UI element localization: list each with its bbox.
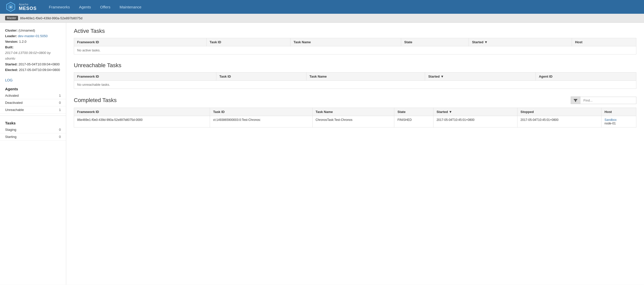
deactivated-value: 0 — [59, 101, 61, 105]
completed-tasks-filter-bar — [571, 96, 636, 104]
comp-started: 2017-05-04T10:45:01+0800 — [433, 116, 517, 127]
cluster-label: Cluster: — [5, 28, 18, 32]
active-col-task-id: Task ID — [206, 38, 290, 46]
completed-tasks-search[interactable] — [580, 97, 636, 104]
activated-label: Activated — [5, 94, 19, 97]
brand: M Apache MESOS — [5, 1, 37, 12]
comp-col-framework-id: Framework ID — [74, 108, 210, 116]
active-tasks-no-data-row: No active tasks. — [74, 46, 636, 54]
tasks-section-title: Tasks — [0, 118, 66, 126]
version-label: Version: — [5, 40, 18, 44]
comp-host-node: node-01 — [605, 122, 616, 125]
comp-host: Sandbox node-01 — [601, 116, 636, 127]
comp-stopped: 2017-05-04T10:45:01+0800 — [517, 116, 601, 127]
unreach-col-agent-id: Agent ID — [536, 73, 636, 81]
unreachable-label: Unreachable — [5, 108, 24, 112]
comp-col-host: Host — [601, 108, 636, 116]
svg-text:M: M — [10, 6, 12, 8]
unreachable-tasks-no-data: No unreachable tasks. — [74, 81, 636, 89]
active-col-host: Host — [572, 38, 636, 46]
unreachable-tasks-title: Unreachable Tasks — [74, 62, 636, 69]
active-tasks-no-data: No active tasks. — [74, 46, 636, 54]
unreach-col-task-name: Task Name — [306, 73, 425, 81]
breadcrumb-id: 86e469e1-f0e0-439d-990a-52e897b8075d — [20, 16, 82, 20]
master-badge: Master — [5, 16, 18, 20]
active-tasks-title: Active Tasks — [74, 28, 636, 34]
agents-section-title: Agents — [0, 84, 66, 92]
comp-framework-id: 86e469e1-f0e0-439d-990a-52e897b8075d-000… — [74, 116, 210, 127]
filter-icon — [573, 98, 578, 102]
brand-text: Apache MESOS — [19, 3, 37, 11]
navbar: M Apache MESOS Frameworks Agents Offers … — [0, 0, 644, 14]
version-value: 1.2.0 — [19, 40, 26, 44]
activated-value: 1 — [59, 94, 61, 97]
completed-task-row: 86e469e1-f0e0-439d-990a-52e897b8075d-000… — [74, 116, 636, 127]
unreachable-tasks-table: Framework ID Task ID Task Name Started ▼… — [74, 72, 636, 89]
deactivated-label: Deactivated — [5, 101, 23, 105]
comp-task-name: ChronosTask:Test-Chronos — [312, 116, 394, 127]
sidebar: Cluster: (Unnamed) Leader: dev-master-01… — [0, 23, 66, 285]
comp-col-state: State — [394, 108, 433, 116]
sandbox-link[interactable]: Sandbox — [605, 118, 617, 122]
sidebar-stat-activated[interactable]: Activated 1 — [0, 92, 66, 99]
active-col-task-name: Task Name — [290, 38, 401, 46]
sidebar-stat-unreachable[interactable]: Unreachable 1 — [0, 106, 66, 113]
comp-col-started[interactable]: Started ▼ — [433, 108, 517, 116]
nav-offers[interactable]: Offers — [95, 0, 115, 14]
completed-tasks-table: Framework ID Task ID Task Name State Sta… — [74, 108, 636, 127]
built-value: 2017-04-13T00:39:02+0800 by ubuntu — [5, 50, 61, 61]
mesos-logo-icon: M — [5, 1, 16, 12]
comp-col-stopped: Stopped — [517, 108, 601, 116]
active-col-state: State — [401, 38, 469, 46]
elected-label: Elected: — [5, 68, 18, 72]
completed-tasks-title: Completed Tasks — [74, 97, 117, 104]
sidebar-info: Cluster: (Unnamed) Leader: dev-master-01… — [0, 28, 66, 77]
unreach-col-task-id: Task ID — [216, 73, 306, 81]
comp-col-task-id: Task ID — [210, 108, 313, 116]
comp-state: FINISHED — [394, 116, 433, 127]
filter-button[interactable] — [571, 96, 580, 104]
started-value: 2017-05-04T10:09:04+0800 — [19, 62, 60, 66]
unreach-col-started[interactable]: Started ▼ — [425, 73, 536, 81]
sidebar-stat-deactivated[interactable]: Deactivated 0 — [0, 99, 66, 106]
completed-tasks-header: Completed Tasks — [74, 96, 636, 104]
unreachable-value: 1 — [59, 108, 61, 112]
built-label: Built: — [5, 45, 13, 49]
comp-col-task-name: Task Name — [312, 108, 394, 116]
nav-menu: Frameworks Agents Offers Maintenance — [44, 0, 146, 14]
main-content: Active Tasks Framework ID Task ID Task N… — [66, 23, 644, 285]
unreach-col-framework-id: Framework ID — [74, 73, 216, 81]
log-link[interactable]: LOG — [0, 77, 66, 84]
staging-label: Staging — [5, 128, 16, 132]
nav-maintenance[interactable]: Maintenance — [115, 0, 146, 14]
unreachable-tasks-no-data-row: No unreachable tasks. — [74, 81, 636, 89]
active-tasks-table: Framework ID Task ID Task Name State Sta… — [74, 38, 636, 54]
nav-frameworks[interactable]: Frameworks — [44, 0, 75, 14]
active-col-framework-id: Framework ID — [74, 38, 207, 46]
comp-task-id: ct:1493865900003:0:Test-Chronos: — [210, 116, 313, 127]
active-col-started[interactable]: Started ▼ — [469, 38, 572, 46]
sidebar-divider — [0, 116, 66, 116]
starting-label: Starting — [5, 135, 17, 139]
cluster-value: (Unnamed) — [19, 28, 35, 32]
breadcrumb-bar: Master 86e469e1-f0e0-439d-990a-52e897b80… — [0, 14, 644, 23]
started-label: Started: — [5, 62, 18, 66]
nav-agents[interactable]: Agents — [75, 0, 96, 14]
sidebar-stat-staging[interactable]: Staging 0 — [0, 126, 66, 133]
leader-label: Leader: — [5, 34, 17, 38]
staging-value: 0 — [59, 128, 61, 132]
starting-value: 0 — [59, 135, 61, 139]
sidebar-stat-starting[interactable]: Starting 0 — [0, 133, 66, 140]
leader-link[interactable]: dev-master-01:5050 — [18, 34, 48, 38]
elected-value: 2017-05-04T10:09:04+0800 — [19, 68, 60, 72]
